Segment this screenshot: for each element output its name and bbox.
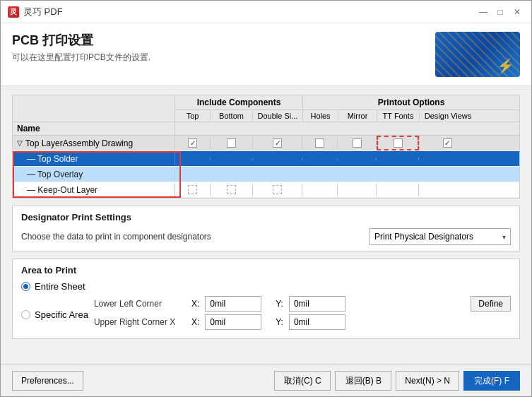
- next-button[interactable]: Next(N) > N: [396, 371, 459, 391]
- keepout-check2: [227, 185, 236, 194]
- content-area: Include Components Top Bottom Double Si.…: [1, 86, 531, 365]
- lower-left-label: Lower Left Corner: [94, 299, 186, 309]
- layer-name-top-overlay: — Top Overlay: [13, 168, 175, 181]
- col-header-name-label: Name: [13, 122, 175, 135]
- lc5: [338, 158, 377, 160]
- row-top-checkbox[interactable]: [175, 137, 211, 149]
- y-input-upper[interactable]: [289, 314, 345, 330]
- entire-sheet-row: Entire Sheet: [21, 281, 511, 292]
- y-input-lower[interactable]: [289, 296, 345, 312]
- cancel-button[interactable]: 取消(C) C: [274, 371, 331, 391]
- lc35: [338, 184, 377, 196]
- lc26: [377, 173, 419, 176]
- coords-container: Lower Left Corner X: Y: Upper Right Corn…: [94, 296, 465, 333]
- designviews-check[interactable]: [443, 138, 452, 148]
- title-bar: 灵 灵巧 PDF — □ ✕: [1, 1, 531, 23]
- close-button[interactable]: ✕: [510, 5, 524, 19]
- minimize-button[interactable]: —: [476, 5, 490, 19]
- designator-section: Designator Print Settings Choose the dat…: [12, 206, 520, 251]
- top-check[interactable]: [188, 138, 197, 148]
- row-ttfonts-checkbox[interactable]: [377, 136, 419, 150]
- ttfonts-check[interactable]: [394, 138, 403, 148]
- designator-dropdown[interactable]: Print Physical Designators ▾: [370, 228, 511, 245]
- lc22: [211, 173, 253, 176]
- holes-check[interactable]: [315, 138, 324, 148]
- col-spacer: [175, 122, 519, 135]
- layers-table: Include Components Top Bottom Double Si.…: [12, 95, 520, 198]
- title-controls: — □ ✕: [476, 5, 524, 19]
- entire-sheet-label: Entire Sheet: [35, 281, 85, 292]
- col-mirror: Mirror: [338, 110, 377, 122]
- lower-left-row: Lower Left Corner X: Y:: [94, 296, 465, 312]
- layer-row-top-overlay[interactable]: — Top Overlay: [13, 167, 519, 182]
- header-area: PCB 打印设置 可以在这里配置打印PCB文件的设置.: [1, 23, 531, 86]
- row-double-checkbox[interactable]: [253, 137, 302, 149]
- back-button[interactable]: 退回(B) B: [335, 371, 391, 391]
- finish-button[interactable]: 完成(F) F: [463, 371, 520, 391]
- lc25: [338, 173, 377, 176]
- specific-area-container: Specific Area Lower Left Corner X: Y: Up…: [21, 296, 511, 333]
- layer-cells: [175, 158, 519, 160]
- designator-row: Choose the data to print in component de…: [21, 228, 511, 245]
- header-image: [435, 32, 520, 77]
- designator-title: Designator Print Settings: [21, 212, 511, 223]
- keepout-check3: [273, 185, 282, 194]
- bottom-check[interactable]: [227, 138, 236, 148]
- col-bottom: Bottom: [211, 110, 253, 122]
- lc34: [302, 184, 338, 196]
- x-label-2: X:: [191, 317, 199, 327]
- lc23: [253, 173, 302, 176]
- lc33: [253, 184, 302, 196]
- col-double: Double Si...: [253, 110, 302, 122]
- layer-name-keepout: — Keep-Out Layer: [13, 184, 175, 196]
- dropdown-value: Print Physical Designators: [374, 232, 473, 242]
- page-title: PCB 打印设置: [12, 32, 435, 49]
- lc37: [419, 184, 475, 196]
- specific-area-radio[interactable]: [21, 310, 30, 319]
- layer-name-top-solder: — Top Solder: [13, 153, 175, 165]
- layer-row-keepout[interactable]: — Keep-Out Layer: [13, 182, 519, 198]
- upper-right-row: Upper Right Corner X X: Y:: [94, 314, 465, 330]
- specific-area-radio-row: Specific Area: [21, 309, 88, 320]
- preferences-button[interactable]: Preferences...: [12, 371, 83, 391]
- layer-row-top-solder[interactable]: — Top Solder: [13, 151, 519, 167]
- lc32: [211, 184, 253, 196]
- upper-right-label: Upper Right Corner X: [94, 317, 186, 327]
- lc3: [253, 158, 302, 160]
- keepout-check1: [188, 185, 197, 194]
- table-row[interactable]: ▽ Top LayerAssembly Drawing: [13, 136, 519, 151]
- x-input-lower[interactable]: [205, 296, 261, 312]
- specific-area-label: Specific Area: [35, 309, 88, 320]
- x-input-upper[interactable]: [205, 314, 261, 330]
- double-check[interactable]: [273, 138, 282, 148]
- row-name-label: Top LayerAssembly Drawing: [25, 138, 133, 148]
- row-mirror-checkbox[interactable]: [338, 137, 377, 149]
- mirror-check[interactable]: [353, 138, 362, 148]
- area-title: Area to Print: [21, 265, 511, 275]
- entire-sheet-radio[interactable]: [21, 282, 30, 291]
- header-text: PCB 打印设置 可以在这里配置打印PCB文件的设置.: [12, 32, 435, 64]
- row-designviews-checkbox[interactable]: [419, 137, 475, 149]
- table-header: Include Components Top Bottom Double Si.…: [13, 95, 519, 122]
- area-section: Area to Print Entire Sheet Specific Area…: [12, 259, 520, 339]
- row-bottom-checkbox[interactable]: [211, 137, 253, 149]
- y-label-2: Y:: [276, 317, 283, 327]
- page-subtitle: 可以在这里配置打印PCB文件的设置.: [12, 52, 435, 64]
- layer-cells2: [175, 173, 519, 176]
- maximize-button[interactable]: □: [493, 5, 507, 19]
- col-header-name: [13, 95, 175, 122]
- define-button[interactable]: Define: [471, 296, 511, 312]
- layer-cells3: [175, 184, 519, 196]
- lc7: [419, 158, 475, 160]
- bottom-action-buttons: 取消(C) C 退回(B) B Next(N) > N 完成(F) F: [274, 371, 520, 391]
- dropdown-arrow-icon: ▾: [502, 233, 506, 241]
- lc6: [377, 158, 419, 160]
- col-ttfonts: TT Fonts: [377, 110, 420, 122]
- lc27: [419, 173, 475, 176]
- lc1: [175, 158, 211, 160]
- lc31: [175, 184, 211, 196]
- main-window: 灵 灵巧 PDF — □ ✕ PCB 打印设置 可以在这里配置打印PCB文件的设…: [0, 0, 532, 397]
- sublayers-container: — Top Solder — Top Over: [13, 151, 519, 198]
- row-holes-checkbox[interactable]: [302, 137, 338, 149]
- lc21: [175, 173, 211, 176]
